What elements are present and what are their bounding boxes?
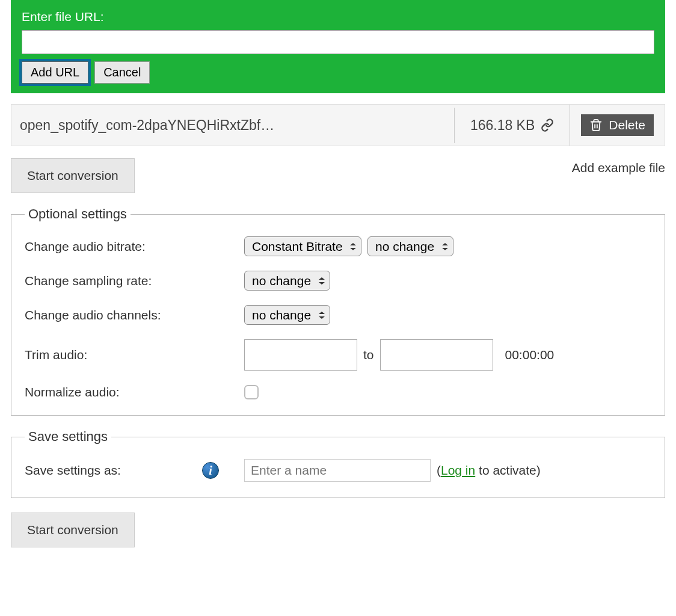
add-example-file-link[interactable]: Add example file [572, 161, 665, 175]
enter-url-label: Enter file URL: [22, 10, 654, 24]
delete-button[interactable]: Delete [581, 114, 654, 136]
trim-to-label: to [363, 348, 374, 362]
delete-label: Delete [609, 118, 645, 132]
settings-name-input[interactable] [244, 459, 431, 482]
bitrate-mode-select[interactable]: Constant Bitrate [244, 236, 361, 256]
file-size: 166.18 KB [470, 117, 535, 134]
trash-icon [589, 119, 603, 132]
sampling-select[interactable]: no change [244, 271, 330, 291]
cancel-button[interactable]: Cancel [94, 61, 150, 84]
file-url-input[interactable] [22, 30, 654, 54]
start-conversion-button-bottom[interactable]: Start conversion [11, 513, 135, 547]
save-settings-label: Save settings as: [25, 463, 202, 478]
start-conversion-button-top[interactable]: Start conversion [11, 158, 135, 193]
optional-settings-fieldset: Optional settings Change audio bitrate: … [11, 206, 665, 416]
save-settings-legend: Save settings [25, 429, 111, 445]
normalize-checkbox[interactable] [244, 385, 259, 399]
trim-label: Trim audio: [25, 348, 244, 362]
save-settings-fieldset: Save settings Save settings as: i (Log i… [11, 429, 665, 498]
file-row: open_spotify_com-2dpaYNEQHiRxtZbf… 166.1… [11, 104, 665, 146]
file-name: open_spotify_com-2dpaYNEQHiRxtZbf… [11, 108, 455, 143]
info-icon[interactable]: i [202, 462, 219, 479]
trim-end-input[interactable] [380, 339, 493, 371]
trim-duration: 00:00:00 [505, 348, 555, 362]
bitrate-label: Change audio bitrate: [25, 239, 244, 254]
channels-label: Change audio channels: [25, 308, 244, 322]
file-size-cell: 166.18 KB [455, 105, 570, 146]
enter-url-panel: Enter file URL: Add URL Cancel [11, 0, 665, 93]
login-link[interactable]: Log in [441, 463, 475, 477]
link-icon [541, 119, 554, 132]
bitrate-value-select[interactable]: no change [367, 236, 453, 256]
trim-start-input[interactable] [244, 339, 357, 371]
optional-settings-legend: Optional settings [25, 206, 131, 222]
normalize-label: Normalize audio: [25, 385, 244, 399]
channels-select[interactable]: no change [244, 305, 330, 325]
add-url-button[interactable]: Add URL [22, 61, 88, 84]
sampling-label: Change sampling rate: [25, 274, 244, 288]
login-note: (Log in to activate) [437, 463, 541, 478]
